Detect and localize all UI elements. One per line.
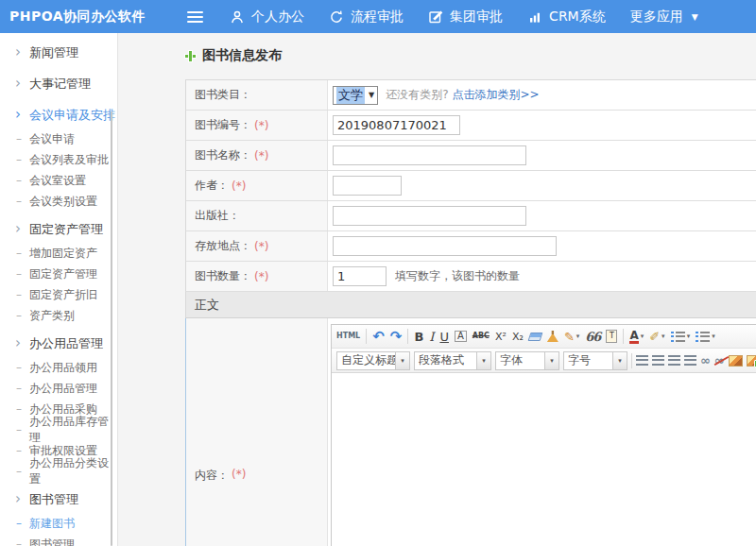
unordered-list-button[interactable]: ▾ [696, 332, 715, 342]
align-right-button[interactable] [668, 355, 680, 366]
book-number-input[interactable] [333, 115, 460, 135]
book-name-input[interactable] [333, 145, 526, 165]
sidebar-item-label: 办公用品分类设置 [29, 455, 117, 487]
sidebar-item-label: 固定资产管理 [29, 266, 97, 282]
sidebar-item-supplies-claim[interactable]: – 办公用品领用 [0, 357, 117, 378]
quantity-hint: 填写数字，该图书的数量 [395, 268, 520, 284]
sidebar-item-meeting-category[interactable]: – 会议类别设置 [0, 191, 117, 212]
sidebar-group-books[interactable]: › 图书管理 [0, 486, 117, 513]
paste-button[interactable]: T [606, 330, 617, 343]
author-input[interactable] [333, 176, 402, 196]
dash-icon: – [16, 247, 22, 260]
dash-icon: – [16, 153, 22, 166]
ordered-list-button[interactable]: ▾ [671, 332, 691, 342]
field-label-publisher: 出版社： [195, 208, 240, 224]
undo-button[interactable]: ↶ [372, 330, 385, 344]
sidebar-group-label: 图书管理 [29, 491, 78, 508]
chevron-right-icon: › [15, 222, 21, 236]
sidebar-item-label: 会议列表及审批 [29, 152, 109, 168]
align-center-button[interactable] [652, 355, 664, 366]
paragraph-format-select[interactable]: 段落格式 ▾ [414, 351, 491, 370]
sidebar-group-milestones[interactable]: › 大事记管理 [0, 70, 117, 97]
sidebar-group-office-supplies[interactable]: › 办公用品管理 [0, 330, 117, 357]
category-hint: 还没有类别? [386, 87, 448, 103]
crm-icon [527, 9, 542, 25]
user-icon [230, 9, 245, 25]
dash-icon: – [16, 444, 22, 457]
insert-image-button[interactable] [729, 355, 743, 367]
sidebar-group-fixed-assets[interactable]: › 固定资产管理 [0, 215, 117, 243]
nav-item-workflow-approval[interactable]: 流程审批 [329, 9, 404, 26]
required-mark: (*) [254, 270, 268, 283]
sidebar-item-meeting-list[interactable]: – 会议列表及审批 [0, 149, 117, 170]
font-color-button[interactable]: A ▾ [629, 330, 644, 344]
eraser-button[interactable] [527, 333, 542, 341]
sidebar-group-news[interactable]: › 新闻管理 [0, 39, 117, 66]
sidebar-group-meetings[interactable]: › 会议申请及安排 [0, 101, 117, 128]
format-clear-button[interactable] [547, 331, 558, 342]
sidebar-item-add-asset[interactable]: – 增加固定资产 [0, 243, 117, 264]
editor-content-area[interactable] [332, 373, 756, 546]
unlink-button[interactable]: ∞ [714, 354, 725, 367]
section-header-label: 正文 [195, 298, 219, 312]
nav-item-personal-office[interactable]: 个人办公 [230, 9, 304, 26]
nav-item-crm-system[interactable]: CRM系统 [527, 9, 606, 26]
insert-link-button[interactable]: ∞ [700, 354, 711, 367]
caret-down-icon: ▾ [576, 333, 580, 340]
underline-button[interactable]: U [439, 331, 449, 343]
sidebar-item-label: 图书管理 [29, 537, 75, 546]
chevron-right-icon: › [15, 45, 21, 60]
dash-icon: – [16, 288, 22, 301]
dash-icon: – [16, 174, 22, 187]
nav-item-more-apps[interactable]: 更多应用 ▼ [630, 9, 698, 26]
nav-item-group-approval[interactable]: 集团审批 [428, 9, 503, 26]
bold-button[interactable]: B [414, 331, 423, 343]
char-border-button[interactable]: A [455, 331, 467, 342]
superscript-button[interactable]: X² [495, 332, 507, 342]
align-justify-button[interactable] [684, 355, 696, 366]
sidebar-group-label: 办公用品管理 [29, 335, 103, 352]
html-source-button[interactable]: HTML [336, 333, 360, 340]
menu-toggle-icon[interactable] [187, 11, 203, 23]
caret-down-icon: ▾ [476, 352, 490, 369]
sidebar-item-book-manage[interactable]: – 图书管理 [0, 534, 117, 546]
highlight-color-button[interactable]: ✐ ▾ [649, 331, 664, 343]
add-category-link[interactable]: 点击添加类别>> [453, 87, 540, 103]
location-input[interactable] [333, 236, 557, 256]
sidebar-item-meeting-room[interactable]: – 会议室设置 [0, 170, 117, 191]
sidebar-item-asset-category[interactable]: – 资产类别 [0, 305, 117, 326]
sidebar-item-label: 会议室设置 [29, 173, 86, 189]
align-left-button[interactable] [636, 355, 648, 366]
heading-select[interactable]: 自定义标题 ▾ [336, 351, 410, 370]
strikethrough-button[interactable]: ABC [472, 333, 490, 340]
font-family-select[interactable]: 字体 ▾ [495, 351, 559, 370]
category-select[interactable]: 文学 ▼ [333, 86, 378, 105]
sidebar-item-asset-depreciation[interactable]: – 固定资产折旧 [0, 284, 117, 305]
format-painter-button[interactable]: ✎ ▾ [564, 331, 579, 343]
top-navigation: 个人办公 流程审批 集团审批 [230, 9, 698, 26]
nav-label: 个人办公 [251, 9, 304, 26]
sidebar-item-new-book[interactable]: – 新建图书 [0, 513, 117, 534]
sidebar-item-label: 办公用品管理 [29, 381, 97, 397]
field-label-content: 内容： [195, 468, 229, 484]
sidebar-item-supplies-category[interactable]: – 办公用品分类设置 [0, 461, 117, 482]
group-approval-icon [428, 9, 443, 25]
subscript-button[interactable]: X₂ [512, 332, 524, 342]
insert-photo-button[interactable] [747, 355, 756, 367]
publisher-input[interactable] [333, 206, 526, 226]
sidebar-item-supplies-manage[interactable]: – 办公用品管理 [0, 378, 117, 399]
sidebar-item-supplies-inventory[interactable]: – 办公用品库存管理 [0, 419, 117, 440]
font-size-select[interactable]: 字号 ▾ [563, 351, 627, 370]
field-label-cell: 图书数量： (*) [186, 262, 328, 291]
editor-toolbar-row1: HTML ↶ ↷ B I U A ABC X² X₂ [332, 325, 756, 349]
blockquote-button[interactable]: 66 [585, 331, 600, 343]
quantity-input[interactable] [333, 266, 387, 286]
sidebar-scrollbar[interactable] [111, 111, 112, 546]
caret-down-icon: ▾ [712, 333, 715, 340]
chevron-right-icon: › [15, 492, 21, 506]
sidebar-item-asset-manage[interactable]: – 固定资产管理 [0, 264, 117, 284]
italic-button[interactable]: I [429, 331, 434, 343]
rich-text-editor: HTML ↶ ↷ B I U A ABC X² X₂ [331, 324, 756, 546]
redo-button[interactable]: ↷ [390, 330, 403, 344]
sidebar-item-meeting-apply[interactable]: – 会议申请 [0, 128, 117, 149]
